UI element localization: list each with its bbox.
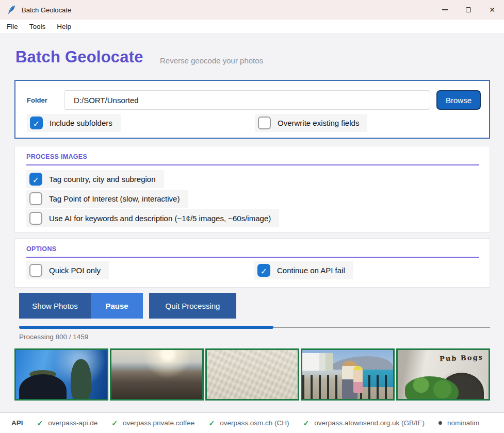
beach-sunset-photo [111,350,202,399]
api-service-status: ✓ overpass.private.coffee [111,419,194,427]
close-button[interactable]: ✕ [480,0,504,20]
section-divider [26,164,479,165]
api-label: API [11,419,23,427]
quit-processing-button[interactable]: Quit Processing [149,293,236,319]
overwrite-fields-label: Overwrite existing fields [278,119,359,127]
photo-thumbnail-strip: Pub Bogs [14,348,490,401]
progress-bar-fill [19,326,273,329]
process-images-heading: PROCESS IMAGES [26,153,87,160]
menu-file[interactable]: File [1,23,24,30]
menu-tools[interactable]: Tools [24,23,52,30]
pub-sign-photo: Pub Bogs [398,350,489,399]
api-service-status: ✓ overpass-api.de [37,419,98,427]
service-name: overpass.private.coffee [123,419,194,427]
folder-panel: Folder Browse Include subfolders Overwri… [14,80,490,139]
overwrite-fields-checkbox[interactable]: Overwrite existing fields [255,114,367,132]
python-feather-icon [7,5,16,14]
pub-sign-text: Pub Bogs [440,354,483,363]
coastal-viewpoint-photo [302,350,393,399]
maximize-icon [466,7,471,12]
include-subfolders-label: Include subfolders [50,119,112,127]
maximize-button[interactable] [457,0,480,20]
menu-bar: File Tools Help [0,20,504,33]
page-title: Batch Geolocate [15,48,143,66]
use-ai-checkbox[interactable]: Use AI for keywords and description (~1¢… [26,209,279,227]
window-title: Batch Geolocate [22,6,71,14]
api-service-status: ✓ overpass.atownsend.org.uk (GB/IE) [303,419,425,427]
thumbnail-beach-sunset[interactable] [110,348,204,401]
continue-api-fail-checkbox[interactable]: Continue on API fail [254,261,353,279]
checkbox-box-icon [257,264,270,277]
aquarium-photo [16,350,107,399]
service-name: overpass-api.de [48,419,97,427]
checkbox-box-icon [30,116,43,129]
use-ai-label: Use AI for keywords and description (~1¢… [49,214,271,223]
process-images-panel: PROCESS IMAGES Tag country, city and sub… [14,146,490,232]
folder-label: Folder [27,96,47,104]
service-name: overpass.atownsend.org.uk (GB/IE) [314,419,425,427]
page-subtitle: Reverse geocode your photos [160,56,263,65]
check-icon: ✓ [303,419,309,427]
show-photos-button[interactable]: Show Photos [19,293,91,319]
api-status-bar: API ✓ overpass-api.de ✓ overpass.private… [0,412,504,433]
thumbnail-sand[interactable] [205,348,299,401]
checkbox-box-icon [29,192,42,205]
app-window: Batch Geolocate ✕ File Tools Help Batch … [0,0,504,433]
service-name: overpass.osm.ch (CH) [220,419,289,427]
window-controls: ✕ [433,0,504,20]
titlebar: Batch Geolocate ✕ [0,0,504,20]
options-panel: OPTIONS Quick POI only Continue on API f… [14,238,490,288]
service-name: nominatim [447,419,479,427]
menu-help[interactable]: Help [51,23,77,30]
pause-button[interactable]: Pause [91,293,143,319]
checkbox-box-icon [29,264,42,277]
quick-poi-label: Quick POI only [49,266,101,275]
checkbox-box-icon [258,116,271,129]
continue-api-fail-label: Continue on API fail [277,266,345,275]
check-icon: ✓ [111,419,118,427]
options-heading: OPTIONS [26,245,56,253]
sand-closeup-photo [207,350,298,399]
tag-poi-label: Tag Point of Interest (slow, interactive… [49,194,180,203]
tag-country-label: Tag country, city and subregion [49,175,156,184]
api-service-status: ✓ overpass.osm.ch (CH) [208,419,289,427]
thumbnail-pub-sign[interactable]: Pub Bogs [396,348,490,401]
quick-poi-checkbox[interactable]: Quick POI only [26,261,109,279]
tag-poi-checkbox[interactable]: Tag Point of Interest (slow, interactive… [26,190,188,208]
thumbnail-coastal-viewpoint[interactable] [301,348,395,401]
check-icon: ✓ [208,419,215,427]
aquarium-visitor-silhouette [19,374,67,401]
viewpoint-buildings [302,353,333,371]
progress-status-text: Processing 800 / 1459 [19,333,88,341]
aquarium-rock [71,359,91,401]
browse-button[interactable]: Browse [436,90,481,110]
idle-dot-icon [438,421,442,425]
checkbox-box-icon [29,212,42,225]
tag-country-checkbox[interactable]: Tag country, city and subregion [26,170,164,188]
section-divider [26,257,479,258]
minimize-button[interactable] [433,0,457,20]
thumbnail-aquarium[interactable] [14,348,108,401]
viewpoint-child-figure [353,366,363,393]
minimize-icon [442,9,448,10]
close-icon: ✕ [489,6,495,13]
check-icon: ✓ [37,419,43,427]
folder-path-input[interactable] [64,90,430,110]
checkbox-box-icon [29,173,42,186]
include-subfolders-checkbox[interactable]: Include subfolders [27,114,121,132]
api-service-status: nominatim [438,419,479,427]
